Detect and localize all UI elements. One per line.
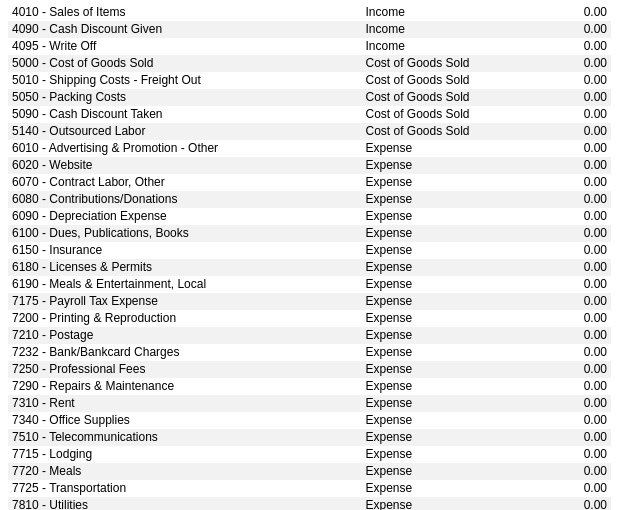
table-row[interactable]: 7310 - RentExpense0.00 <box>8 395 611 412</box>
account-type: Expense <box>361 293 527 310</box>
account-code-name: 7720 - Meals <box>8 463 361 480</box>
account-type: Expense <box>361 361 527 378</box>
account-type: Expense <box>361 412 527 429</box>
table-row[interactable]: 7510 - TelecommunicationsExpense0.00 <box>8 429 611 446</box>
table-row[interactable]: 5010 - Shipping Costs - Freight OutCost … <box>8 72 611 89</box>
table-row[interactable]: 6020 - WebsiteExpense0.00 <box>8 157 611 174</box>
table-row[interactable]: 6100 - Dues, Publications, BooksExpense0… <box>8 225 611 242</box>
account-code-name: 6100 - Dues, Publications, Books <box>8 225 361 242</box>
account-code-name: 7510 - Telecommunications <box>8 429 361 446</box>
table-row[interactable]: 7715 - LodgingExpense0.00 <box>8 446 611 463</box>
account-type: Expense <box>361 242 527 259</box>
account-amount: 0.00 <box>528 4 611 21</box>
table-row[interactable]: 7720 - MealsExpense0.00 <box>8 463 611 480</box>
table-row[interactable]: 5090 - Cash Discount TakenCost of Goods … <box>8 106 611 123</box>
table-row[interactable]: 6080 - Contributions/DonationsExpense0.0… <box>8 191 611 208</box>
account-code-name: 6020 - Website <box>8 157 361 174</box>
account-amount: 0.00 <box>528 38 611 55</box>
account-code-name: 7810 - Utilities <box>8 497 361 510</box>
account-code-name: 4010 - Sales of Items <box>8 4 361 21</box>
account-type: Expense <box>361 174 527 191</box>
account-type: Expense <box>361 140 527 157</box>
account-code-name: 7250 - Professional Fees <box>8 361 361 378</box>
table-row[interactable]: 6180 - Licenses & PermitsExpense0.00 <box>8 259 611 276</box>
account-amount: 0.00 <box>528 242 611 259</box>
account-code-name: 6180 - Licenses & Permits <box>8 259 361 276</box>
table-row[interactable]: 7200 - Printing & ReproductionExpense0.0… <box>8 310 611 327</box>
account-code-name: 7175 - Payroll Tax Expense <box>8 293 361 310</box>
table-row[interactable]: 6090 - Depreciation ExpenseExpense0.00 <box>8 208 611 225</box>
account-amount: 0.00 <box>528 72 611 89</box>
account-amount: 0.00 <box>528 412 611 429</box>
account-code-name: 6090 - Depreciation Expense <box>8 208 361 225</box>
account-code-name: 7200 - Printing & Reproduction <box>8 310 361 327</box>
account-type: Cost of Goods Sold <box>361 106 527 123</box>
account-amount: 0.00 <box>528 378 611 395</box>
account-type: Expense <box>361 310 527 327</box>
table-row[interactable]: 4090 - Cash Discount GivenIncome0.00 <box>8 21 611 38</box>
account-code-name: 4095 - Write Off <box>8 38 361 55</box>
account-amount: 0.00 <box>528 480 611 497</box>
account-type: Expense <box>361 225 527 242</box>
account-code-name: 5140 - Outsourced Labor <box>8 123 361 140</box>
account-type: Expense <box>361 429 527 446</box>
table-row[interactable]: 7250 - Professional FeesExpense0.00 <box>8 361 611 378</box>
account-type: Expense <box>361 327 527 344</box>
account-amount: 0.00 <box>528 191 611 208</box>
account-amount: 0.00 <box>528 344 611 361</box>
table-row[interactable]: 6150 - InsuranceExpense0.00 <box>8 242 611 259</box>
account-type: Expense <box>361 497 527 510</box>
account-amount: 0.00 <box>528 327 611 344</box>
account-type: Expense <box>361 208 527 225</box>
account-code-name: 6150 - Insurance <box>8 242 361 259</box>
account-code-name: 7290 - Repairs & Maintenance <box>8 378 361 395</box>
account-type: Expense <box>361 480 527 497</box>
account-type: Expense <box>361 395 527 412</box>
table-row[interactable]: 4095 - Write OffIncome0.00 <box>8 38 611 55</box>
account-amount: 0.00 <box>528 106 611 123</box>
account-amount: 0.00 <box>528 361 611 378</box>
table-row[interactable]: 7810 - UtilitiesExpense0.00 <box>8 497 611 510</box>
table-row[interactable]: 7175 - Payroll Tax ExpenseExpense0.00 <box>8 293 611 310</box>
account-code-name: 7232 - Bank/Bankcard Charges <box>8 344 361 361</box>
account-code-name: 7310 - Rent <box>8 395 361 412</box>
account-amount: 0.00 <box>528 225 611 242</box>
accounts-table: 4010 - Sales of ItemsIncome0.004090 - Ca… <box>8 4 611 510</box>
account-amount: 0.00 <box>528 89 611 106</box>
account-amount: 0.00 <box>528 463 611 480</box>
table-row[interactable]: 5050 - Packing CostsCost of Goods Sold0.… <box>8 89 611 106</box>
account-amount: 0.00 <box>528 174 611 191</box>
table-row[interactable]: 7210 - PostageExpense0.00 <box>8 327 611 344</box>
table-row[interactable]: 7232 - Bank/Bankcard ChargesExpense0.00 <box>8 344 611 361</box>
account-type: Expense <box>361 446 527 463</box>
table-row[interactable]: 5000 - Cost of Goods SoldCost of Goods S… <box>8 55 611 72</box>
account-amount: 0.00 <box>528 55 611 72</box>
account-amount: 0.00 <box>528 310 611 327</box>
account-code-name: 6070 - Contract Labor, Other <box>8 174 361 191</box>
table-row[interactable]: 4010 - Sales of ItemsIncome0.00 <box>8 4 611 21</box>
table-row[interactable]: 6010 - Advertising & Promotion - OtherEx… <box>8 140 611 157</box>
account-type: Cost of Goods Sold <box>361 89 527 106</box>
account-amount: 0.00 <box>528 395 611 412</box>
account-type: Cost of Goods Sold <box>361 72 527 89</box>
table-row[interactable]: 6070 - Contract Labor, OtherExpense0.00 <box>8 174 611 191</box>
table-row[interactable]: 6190 - Meals & Entertainment, LocalExpen… <box>8 276 611 293</box>
accounts-table-container: 4010 - Sales of ItemsIncome0.004090 - Ca… <box>0 0 619 510</box>
account-amount: 0.00 <box>528 140 611 157</box>
account-type: Cost of Goods Sold <box>361 55 527 72</box>
account-amount: 0.00 <box>528 208 611 225</box>
account-type: Income <box>361 4 527 21</box>
account-amount: 0.00 <box>528 157 611 174</box>
table-row[interactable]: 5140 - Outsourced LaborCost of Goods Sol… <box>8 123 611 140</box>
account-code-name: 6080 - Contributions/Donations <box>8 191 361 208</box>
account-type: Cost of Goods Sold <box>361 123 527 140</box>
account-amount: 0.00 <box>528 21 611 38</box>
table-row[interactable]: 7340 - Office SuppliesExpense0.00 <box>8 412 611 429</box>
account-amount: 0.00 <box>528 276 611 293</box>
account-type: Expense <box>361 191 527 208</box>
table-row[interactable]: 7725 - TransportationExpense0.00 <box>8 480 611 497</box>
account-type: Expense <box>361 259 527 276</box>
account-amount: 0.00 <box>528 429 611 446</box>
account-amount: 0.00 <box>528 259 611 276</box>
table-row[interactable]: 7290 - Repairs & MaintenanceExpense0.00 <box>8 378 611 395</box>
